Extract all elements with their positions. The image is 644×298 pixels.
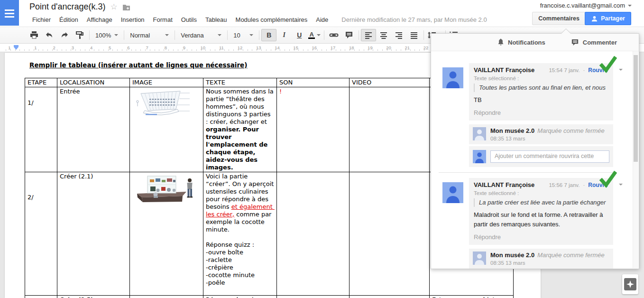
print-button[interactable] (27, 29, 42, 41)
table-header-cell: SON (277, 78, 350, 87)
account-menu[interactable]: francoise.c.vaillant@gmail.com (540, 2, 632, 9)
repondre-link[interactable]: Répondre (474, 109, 608, 116)
undo-button[interactable] (42, 29, 57, 41)
resolution-status: Marquée comme fermée (537, 251, 605, 259)
comment-card[interactable]: VAILLANT Françoise15:54 7 janv.·RouvrirT… (469, 63, 613, 121)
comment-thread: VAILLANT Françoise15:54 7 janv.·RouvrirT… (442, 63, 633, 173)
text-segment: Nous sommes dans la partie “théâtre des … (206, 88, 276, 125)
menu-outils[interactable]: Outils (177, 15, 201, 25)
font-size-select[interactable]: 10 (230, 29, 257, 41)
indent-marker[interactable] (14, 45, 18, 50)
zoom-select[interactable]: 100% (92, 29, 122, 41)
reply-avatar (473, 150, 486, 163)
table-cell-video[interactable] (350, 172, 430, 296)
justify-button[interactable] (406, 29, 422, 41)
insert-link-button[interactable] (326, 29, 341, 41)
table-cell-texte[interactable]: Réponse du quizz: Oui, les objets en (203, 296, 277, 298)
text-segment: comme par exemple la cocotte minute. Rép… (206, 211, 274, 286)
comment-timestamp: 15:54 7 janv. (549, 67, 580, 73)
menu-modules-complementaires[interactable]: Modules complémentaires (232, 15, 312, 25)
table-cell-image[interactable] (130, 87, 203, 172)
panel-scrollbar[interactable] (633, 51, 638, 268)
table-cell-etape[interactable] (25, 296, 57, 298)
account-email: francoise.c.vaillant@gmail.com (540, 2, 625, 9)
ruler-number: 20 (386, 45, 391, 50)
align-center-button[interactable] (376, 29, 391, 41)
table-cell-video[interactable] (350, 87, 430, 172)
menu-affichage[interactable]: Affichage (83, 15, 116, 25)
table-cell-son[interactable]: ! (277, 87, 350, 172)
move-to-folder-icon[interactable] (122, 4, 130, 11)
comment-author: VAILLANT Françoise (474, 181, 534, 188)
doc-heading: Remplir le tableau (insérer autant de li… (29, 61, 247, 69)
selected-text-label: Texte sélectionné : (474, 190, 608, 196)
reply-input[interactable]: Ajouter un commentaire rouvrira cette (490, 150, 609, 163)
comment-menu-caret[interactable] (619, 184, 623, 186)
table-cell-son[interactable] (277, 172, 350, 296)
paint-format-button[interactable] (72, 29, 87, 41)
menu-aide[interactable]: Aide (312, 15, 332, 25)
quoted-text: La partie créer est liée avec la partie … (474, 198, 608, 207)
table-cell-video[interactable] (350, 296, 430, 298)
table-cell-image[interactable] (130, 296, 203, 298)
bold-button[interactable]: B (261, 29, 276, 41)
align-right-button[interactable] (391, 29, 406, 41)
text-color-button[interactable]: A (307, 29, 322, 41)
ruler-number: 8 (165, 45, 167, 50)
styles-select[interactable]: Normal (126, 29, 173, 41)
table-cell-etape[interactable]: 2/ (25, 172, 57, 296)
comments-button[interactable]: Commentaires (532, 12, 586, 25)
ruler-number: 13 (256, 45, 261, 50)
menu-edition[interactable]: Édition (55, 15, 82, 25)
resolution-item: Mon musée 2.0Marquée comme fermée08:35 1… (469, 249, 613, 269)
user-avatar (442, 67, 463, 88)
commenter-button[interactable]: Commenter (571, 38, 617, 47)
resolver-avatar (473, 127, 486, 140)
comment-menu-caret[interactable] (619, 69, 623, 71)
align-left-button[interactable] (361, 29, 376, 41)
theater-plan-image[interactable] (133, 89, 201, 119)
table-cell-texte[interactable]: Voici la partie “créer”. On y aperçoit u… (203, 172, 277, 296)
table-cell-son[interactable] (277, 296, 350, 298)
table-cell-extra[interactable]: Est-ce-que vos objets du quotidiens (430, 296, 514, 298)
text-segment: Réponse du quizz: Oui, les objets en (206, 296, 262, 298)
table-cell-etape[interactable]: 1/ (25, 87, 57, 172)
table-cell-localisation[interactable]: Créer (2.5) (57, 296, 130, 298)
table-cell-image[interactable] (130, 172, 203, 296)
document-title[interactable]: Point d'ancrage(k.3) (29, 2, 106, 12)
table-cell-localisation[interactable]: Entrée (57, 87, 130, 172)
resolution-author: Mon musée 2.0 (490, 127, 534, 134)
resolved-check-icon (599, 170, 617, 188)
notifications-button[interactable]: Notifications (497, 38, 545, 46)
table-header-cell: VIDEO (350, 78, 430, 87)
resolved-check-icon (599, 56, 617, 74)
ruler-number: 3 (72, 45, 74, 50)
display-case-image[interactable] (133, 174, 201, 205)
insert-comment-button[interactable] (341, 29, 357, 41)
comment-body: Maladroit sur le fond et la forme. A ret… (474, 210, 608, 229)
italic-button[interactable]: I (276, 29, 292, 41)
star-icon[interactable]: ☆ (110, 3, 118, 11)
comments-panel-header: Notifications Commenter (431, 34, 639, 51)
text-segment: ! (279, 88, 282, 95)
font-select[interactable]: Verdana (177, 29, 225, 41)
scrollbar-thumb[interactable] (634, 55, 638, 162)
table-cell-localisation[interactable]: Créer (2.1) (57, 172, 130, 296)
explore-button[interactable] (622, 274, 638, 294)
underline-button[interactable]: U (292, 29, 307, 41)
redo-button[interactable] (57, 29, 72, 41)
docs-logo[interactable] (0, 0, 19, 26)
ruler-number: 15 (293, 45, 298, 50)
table-cell-texte[interactable]: Nous sommes dans la partie “théâtre des … (203, 87, 277, 172)
resolution-author: Mon musée 2.0 (490, 251, 534, 259)
comment-card[interactable]: VAILLANT Françoise15:56 7 janv.·RouvrirT… (469, 178, 613, 245)
menu-tableau[interactable]: Tableau (202, 15, 231, 25)
repondre-link[interactable]: Répondre (474, 233, 608, 241)
ruler-number: 18 (349, 45, 354, 50)
share-button[interactable]: Partager (585, 12, 631, 25)
last-modified[interactable]: Dernière modification le 27 mars, par Mo… (341, 16, 487, 23)
menu-insertion[interactable]: Insertion (117, 15, 148, 25)
menu-fichier[interactable]: Fichier (28, 15, 55, 25)
ruler-number: 14 (275, 45, 280, 50)
menu-format[interactable]: Format (149, 15, 176, 25)
